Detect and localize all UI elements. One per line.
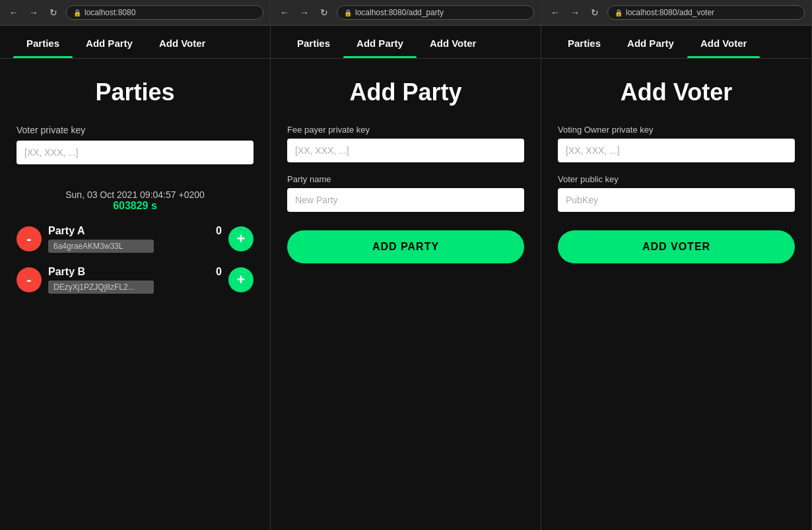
forward-icon-3: → — [570, 7, 580, 18]
plus-button-b[interactable]: + — [228, 267, 254, 292]
nav-item-parties-1[interactable]: Parties — [13, 26, 73, 58]
forward-icon: → — [29, 7, 38, 18]
add-voter-button[interactable]: ADD VOTER — [558, 230, 795, 263]
parties-page-body: Parties Voter private key Sun, 03 Oct 20… — [0, 59, 270, 530]
add-party-button[interactable]: ADD PARTY — [287, 230, 524, 263]
minus-icon-a: - — [26, 230, 31, 248]
back-icon-2: ← — [280, 7, 289, 18]
add-voter-page-body: Add Voter Voting Owner private key Voter… — [541, 59, 811, 530]
voter-pub-key-input[interactable] — [558, 188, 795, 212]
datetime-text: Sun, 03 Oct 2021 09:04:57 +0200 — [17, 189, 254, 200]
party-name-a: Party A — [48, 225, 85, 237]
url-text-1: localhost:8080 — [85, 8, 135, 17]
party-name-row-b: Party B 0 — [48, 266, 222, 278]
fee-payer-input[interactable] — [287, 139, 524, 162]
nav-item-add-party-2[interactable]: Add Party — [343, 26, 417, 58]
url-text-2: localhost:8080/add_party — [355, 8, 444, 17]
plus-icon-a: + — [237, 230, 246, 248]
party-name-label: Party name — [287, 174, 524, 184]
back-button-2[interactable]: ← — [277, 5, 292, 20]
app-content-2: Parties Add Party Add Voter Add Party Fe… — [271, 26, 541, 530]
back-icon-3: ← — [551, 7, 560, 18]
nav-bar-1: Parties Add Party Add Voter — [0, 26, 270, 59]
fee-payer-label: Fee payer private key — [287, 125, 524, 135]
add-voter-browser-panel: ← → ↻ 🔒 localhost:8080/add_voter Parties… — [541, 0, 812, 530]
party-name-input[interactable] — [287, 188, 524, 212]
address-bar-2[interactable]: 🔒 localhost:8080/add_party — [337, 5, 534, 20]
voter-key-input[interactable] — [17, 141, 254, 164]
party-name-row-a: Party A 0 — [48, 225, 222, 237]
lock-icon-1: 🔒 — [73, 9, 81, 17]
add-party-page-body: Add Party Fee payer private key Party na… — [271, 59, 541, 530]
party-key-b: DEzyXj1PZJQj8zFL2... — [48, 281, 154, 294]
minus-button-b[interactable]: - — [17, 267, 42, 292]
plus-button-a[interactable]: + — [228, 226, 254, 251]
party-key-a: 6a4graeAKM3w33L — [48, 240, 154, 253]
forward-icon-2: → — [300, 7, 309, 18]
page-title-parties: Parties — [17, 79, 254, 106]
back-icon: ← — [9, 7, 18, 18]
app-content-3: Parties Add Party Add Voter Add Voter Vo… — [541, 26, 811, 530]
parties-browser-panel: ← → ↻ 🔒 localhost:8080 Parties Add Party… — [0, 0, 271, 530]
nav-item-add-party-1[interactable]: Add Party — [73, 26, 146, 58]
url-text-3: localhost:8080/add_voter — [626, 8, 714, 17]
party-info-b: Party B 0 DEzyXj1PZJQj8zFL2... — [48, 266, 222, 294]
nav-bar-3: Parties Add Party Add Voter — [541, 26, 811, 59]
page-title-add-voter: Add Voter — [558, 79, 795, 106]
plus-icon-b: + — [237, 271, 246, 288]
party-row-b: - Party B 0 DEzyXj1PZJQj8zFL2... + — [17, 266, 254, 294]
voter-key-label: Voter private key — [17, 125, 254, 135]
lock-icon-3: 🔒 — [615, 9, 623, 17]
reload-button-1[interactable]: ↻ — [46, 5, 61, 20]
owner-key-label: Voting Owner private key — [558, 125, 795, 135]
nav-item-parties-2[interactable]: Parties — [284, 26, 343, 58]
nav-item-parties-3[interactable]: Parties — [555, 26, 614, 58]
reload-icon-3: ↻ — [591, 7, 599, 18]
reload-button-3[interactable]: ↻ — [588, 5, 602, 20]
minus-button-a[interactable]: - — [17, 226, 42, 251]
party-name-b: Party B — [48, 266, 85, 278]
browser-chrome-3: ← → ↻ 🔒 localhost:8080/add_voter — [541, 0, 811, 26]
add-party-browser-panel: ← → ↻ 🔒 localhost:8080/add_party Parties… — [271, 0, 541, 530]
nav-item-add-party-3[interactable]: Add Party — [614, 26, 687, 58]
reload-icon: ↻ — [50, 7, 57, 18]
party-count-b: 0 — [216, 266, 222, 278]
address-bar-1[interactable]: 🔒 localhost:8080 — [66, 5, 263, 20]
nav-item-add-voter-2[interactable]: Add Voter — [417, 26, 490, 58]
browser-chrome-1: ← → ↻ 🔒 localhost:8080 — [0, 0, 270, 26]
owner-key-input[interactable] — [558, 139, 795, 162]
forward-button-1[interactable]: → — [26, 5, 41, 20]
page-title-add-party: Add Party — [287, 79, 524, 106]
nav-bar-2: Parties Add Party Add Voter — [271, 26, 541, 59]
voter-pub-key-label: Voter public key — [558, 174, 795, 184]
lock-icon-2: 🔒 — [344, 9, 352, 17]
back-button-1[interactable]: ← — [7, 5, 21, 20]
reload-icon-2: ↻ — [320, 7, 328, 18]
forward-button-3[interactable]: → — [568, 5, 582, 20]
party-count-a: 0 — [216, 225, 222, 237]
nav-item-add-voter-3[interactable]: Add Voter — [687, 26, 761, 58]
browser-chrome-2: ← → ↻ 🔒 localhost:8080/add_party — [271, 0, 541, 26]
back-button-3[interactable]: ← — [548, 5, 562, 20]
party-info-a: Party A 0 6a4graeAKM3w33L — [48, 225, 222, 253]
datetime-info: Sun, 03 Oct 2021 09:04:57 +0200 603829 s — [17, 189, 254, 212]
nav-item-add-voter-1[interactable]: Add Voter — [146, 26, 219, 58]
app-content-1: Parties Add Party Add Voter Parties Vote… — [0, 26, 270, 530]
reload-button-2[interactable]: ↻ — [317, 5, 331, 20]
party-row-a: - Party A 0 6a4graeAKM3w33L + — [17, 225, 254, 253]
timer-text: 603829 s — [17, 200, 254, 212]
minus-icon-b: - — [26, 271, 31, 288]
address-bar-3[interactable]: 🔒 localhost:8080/add_voter — [607, 5, 805, 20]
forward-button-2[interactable]: → — [297, 5, 312, 20]
